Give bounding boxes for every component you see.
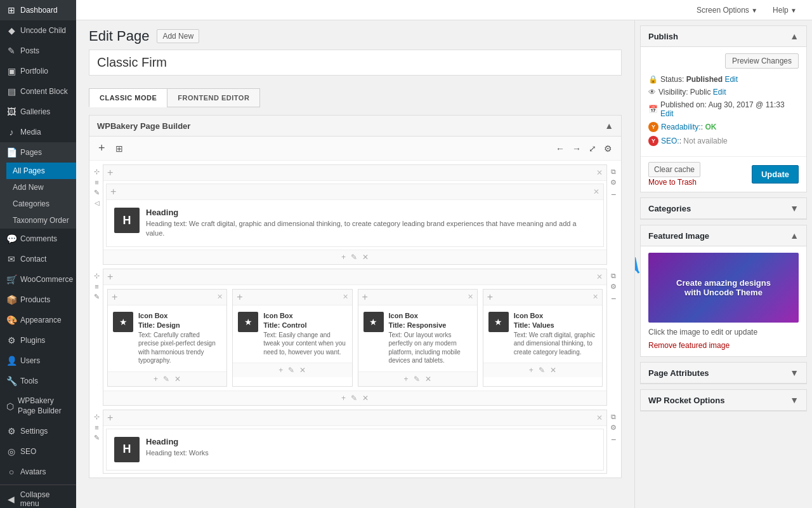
settings-button[interactable]: ⚙ xyxy=(601,142,615,155)
featured-image-thumbnail[interactable]: Create amazing designs with Uncode Theme xyxy=(648,253,799,323)
sidebar-item-posts[interactable]: ✎ Posts xyxy=(0,41,76,61)
screen-options-button[interactable]: Screen Options ▼ xyxy=(691,3,763,17)
col-4-bottom-edit[interactable]: ✎ xyxy=(539,366,545,375)
clear-cache-button[interactable]: Clear cache xyxy=(648,162,700,177)
row-3-close-button[interactable]: ✕ xyxy=(596,413,603,422)
col-1-close[interactable]: ✕ xyxy=(217,293,223,301)
row-2-grid-button[interactable]: ≡ xyxy=(94,282,99,291)
featured-image-header[interactable]: Featured Image ▲ xyxy=(641,225,806,246)
help-button[interactable]: Help ▼ xyxy=(768,3,802,17)
sidebar-item-plugins[interactable]: ⚙ Plugins xyxy=(0,330,76,351)
preview-changes-button[interactable]: Preview Changes xyxy=(725,53,799,69)
row-1-bottom-add[interactable]: + xyxy=(341,253,346,262)
sidebar-item-contact[interactable]: ✉ Contact xyxy=(0,249,76,269)
sidebar-item-portfolio[interactable]: ▣ Portfolio xyxy=(0,61,76,81)
col-3-bottom-remove[interactable]: ✕ xyxy=(425,375,431,384)
col-3-bottom-edit[interactable]: ✎ xyxy=(414,375,420,384)
row-1-col-add[interactable]: + xyxy=(110,186,116,197)
col-4-close[interactable]: ✕ xyxy=(593,293,598,301)
publish-box-header[interactable]: Publish ▲ xyxy=(641,26,806,47)
move-to-trash-link[interactable]: Move to Trash xyxy=(648,178,697,187)
readability-link[interactable]: Readability: xyxy=(661,123,701,131)
update-button[interactable]: Update xyxy=(752,165,799,184)
row-1-col-close[interactable]: ✕ xyxy=(593,187,599,196)
wp-rocket-header[interactable]: WP Rocket Options ▼ xyxy=(641,390,806,411)
col-3-close[interactable]: ✕ xyxy=(468,293,473,301)
row-2-right-copy[interactable]: ⧉ xyxy=(610,271,617,281)
sidebar-item-comments[interactable]: 💬 Comments xyxy=(0,229,76,249)
grid-view-button[interactable]: ⊞ xyxy=(113,142,126,155)
row-3-add-button[interactable]: + xyxy=(107,412,113,424)
col-3-add[interactable]: + xyxy=(362,291,368,303)
sidebar-item-content-block[interactable]: ▤ Content Block xyxy=(0,81,76,102)
row-1-bottom-edit[interactable]: ✎ xyxy=(351,253,357,262)
row-3-edit-button[interactable]: ✎ xyxy=(93,433,100,443)
sidebar-item-seo[interactable]: ◎ SEO xyxy=(0,441,76,462)
row-2-bottom-edit[interactable]: ✎ xyxy=(351,394,357,403)
row-1-edit-button[interactable]: ✎ xyxy=(93,188,100,197)
add-new-button[interactable]: Add New xyxy=(157,29,199,43)
row-2-move-button[interactable]: ⊹ xyxy=(93,271,100,281)
frontend-editor-button[interactable]: Frontend Editor xyxy=(167,88,260,107)
sidebar-item-products[interactable]: 📦 Products xyxy=(0,290,76,310)
sidebar-item-galleries[interactable]: 🖼 Galleries xyxy=(0,102,76,122)
col-1-add[interactable]: + xyxy=(112,291,117,303)
row-3-right-copy[interactable]: ⧉ xyxy=(610,412,617,422)
row-1-right-minus[interactable]: − xyxy=(610,189,617,200)
row-2-edit-button[interactable]: ✎ xyxy=(93,292,100,302)
sidebar-item-wpbakery[interactable]: ⬡ WPBakery Page Builder xyxy=(0,391,76,421)
row-2-right-settings[interactable]: ⚙ xyxy=(610,282,617,291)
fullscreen-button[interactable]: ⤢ xyxy=(586,142,599,155)
row-1-right-copy[interactable]: ⧉ xyxy=(610,167,617,177)
row-2-bottom-add[interactable]: + xyxy=(341,394,346,403)
col-2-bottom-remove[interactable]: ✕ xyxy=(299,366,306,375)
col-4-bottom-remove[interactable]: ✕ xyxy=(550,366,556,375)
page-attributes-header[interactable]: Page Attributes ▼ xyxy=(641,363,806,384)
row-3-right-minus[interactable]: − xyxy=(610,434,617,445)
col-2-bottom-edit[interactable]: ✎ xyxy=(288,366,294,375)
sidebar-item-appearance[interactable]: 🎨 Appearance xyxy=(0,310,76,330)
row-1-bottom-remove[interactable]: ✕ xyxy=(362,253,369,262)
col-1-bottom-edit[interactable]: ✎ xyxy=(163,375,169,384)
sidebar-item-settings[interactable]: ⚙ Settings xyxy=(0,421,76,441)
sidebar-item-add-new[interactable]: Add New xyxy=(6,179,76,196)
sidebar-item-taxonomy-order[interactable]: Taxonomy Order xyxy=(6,212,76,229)
published-edit-link[interactable]: Edit xyxy=(660,109,674,118)
sidebar-item-woocommerce[interactable]: 🛒 WooCommerce xyxy=(0,269,76,290)
status-edit-link[interactable]: Edit xyxy=(724,75,738,84)
sidebar-item-pages[interactable]: 📄 Pages xyxy=(0,142,76,163)
seo-link[interactable]: SEO: xyxy=(661,137,679,145)
row-2-add-button[interactable]: + xyxy=(107,271,113,283)
row-3-grid-button[interactable]: ≡ xyxy=(94,423,99,432)
sidebar-item-dashboard[interactable]: ⊞ Dashboard xyxy=(0,0,76,20)
sidebar-item-media[interactable]: ♪ Media xyxy=(0,122,76,142)
row-1-close-button[interactable]: ✕ xyxy=(596,168,603,177)
sidebar-item-avatars[interactable]: ○ Avatars xyxy=(0,462,76,482)
row-1-grid-button[interactable]: ≡ xyxy=(94,178,99,187)
row-1-add-button[interactable]: + xyxy=(107,167,113,178)
wpbakery-collapse-button[interactable]: ▲ xyxy=(605,121,613,131)
sidebar-item-users[interactable]: 👤 Users xyxy=(0,351,76,371)
col-1-bottom-remove[interactable]: ✕ xyxy=(174,375,181,384)
col-3-bottom-add[interactable]: + xyxy=(404,375,409,384)
redo-button[interactable]: → xyxy=(570,142,584,155)
col-2-add[interactable]: + xyxy=(237,291,242,303)
sidebar-item-tools[interactable]: 🔧 Tools xyxy=(0,371,76,391)
row-2-bottom-remove[interactable]: ✕ xyxy=(362,394,369,403)
row-2-right-minus[interactable]: − xyxy=(610,293,617,304)
undo-button[interactable]: ← xyxy=(553,142,567,155)
sidebar-item-all-pages[interactable]: All Pages xyxy=(6,163,76,179)
visibility-edit-link[interactable]: Edit xyxy=(713,88,726,97)
sidebar-item-uncode-child[interactable]: ◆ Uncode Child xyxy=(0,20,76,41)
classic-mode-button[interactable]: Classic Mode xyxy=(89,88,167,107)
add-element-button[interactable]: + xyxy=(96,140,108,156)
categories-header[interactable]: Categories ▼ xyxy=(641,198,806,219)
col-4-add[interactable]: + xyxy=(487,291,493,303)
col-4-bottom-add[interactable]: + xyxy=(529,366,534,375)
sidebar-item-categories[interactable]: Categories xyxy=(6,196,76,212)
row-3-right-settings[interactable]: ⚙ xyxy=(610,423,617,432)
col-1-bottom-add[interactable]: + xyxy=(154,375,158,384)
row-1-right-settings[interactable]: ⚙ xyxy=(610,178,617,187)
remove-featured-image-link[interactable]: Remove featured image xyxy=(648,341,730,350)
page-name-input[interactable] xyxy=(89,50,622,76)
